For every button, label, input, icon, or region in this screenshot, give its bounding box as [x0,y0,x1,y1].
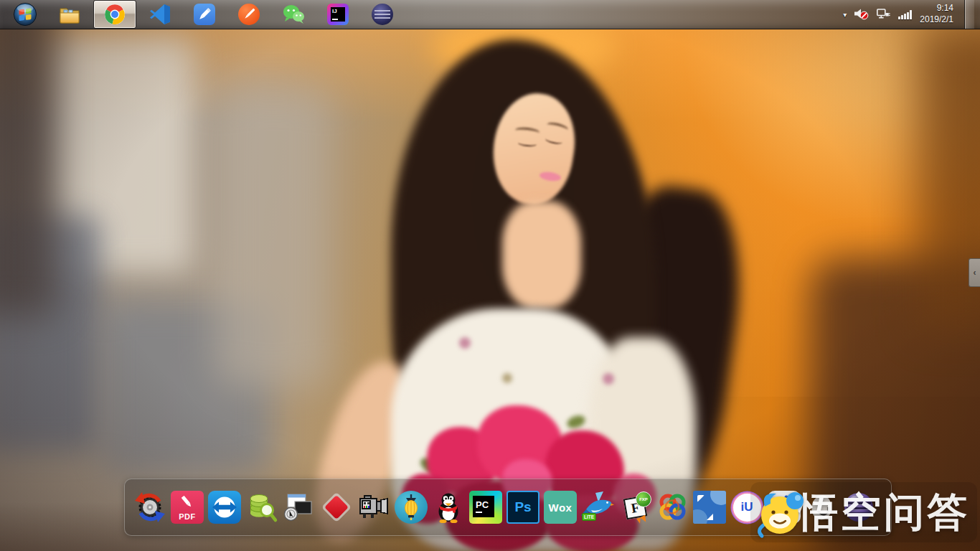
eclipse-stripes [374,10,390,19]
dock-item-qq[interactable] [432,491,465,524]
lite-badge: LITE [582,513,596,521]
wox-label: Wox [549,501,573,514]
photoshop-icon: Ps [507,491,540,524]
pixel-camera-icon [357,491,390,524]
photoshop-label: Ps [514,499,531,515]
wallpaper-shape [0,0,980,551]
dock-item-media-converter[interactable] [133,491,166,524]
red-diamond-inner [324,495,349,519]
lantern-icon [395,491,428,524]
dock-item-virtualdub[interactable] [357,491,390,524]
system-tray: ▾ 9:14 [843,0,980,29]
intellij-bar [332,19,338,20]
chevron-left-icon: ‹ [974,268,976,278]
notes-button[interactable] [184,1,225,28]
wechat-button[interactable] [273,1,314,28]
lantern-glyph [395,491,428,524]
tile-wedge [707,514,713,520]
wox-icon: Wox [544,491,577,524]
pen-tool-button[interactable] [228,1,270,28]
dock-item-securecrt[interactable] [283,491,316,524]
tile-circle [693,509,707,524]
desktop-wallpaper [0,0,980,551]
clock-date: 2019/2/1 [920,14,953,26]
intellij-inner-square: IJ [331,7,345,22]
dock-item-wox[interactable]: Wox [544,491,577,524]
desktop-screen: IJ ▾ [0,0,980,551]
blue-pencil-icon [194,4,215,25]
signal-bar [907,12,909,19]
dock-item-navicat[interactable] [656,491,689,524]
pdf-label: PDF [179,512,196,521]
start-button[interactable] [4,1,46,28]
wukong-watermark: 悟空问答 [750,482,977,542]
hidden-icons-arrow[interactable]: ▾ [843,11,847,19]
pycharm-label: PC [476,500,494,509]
red-blue-arrows-wheel-icon [133,491,166,524]
navicat-rings-icon [656,491,689,524]
tile-wedge [697,495,705,502]
intellij-label: IJ [332,9,337,14]
intellij-icon: IJ [327,4,349,25]
wired-network-icon[interactable] [877,9,890,20]
monkey-glyph [753,485,808,540]
dock-item-lantern[interactable] [395,491,428,524]
eclipse-icon [372,4,393,25]
intellij-button[interactable]: IJ [317,1,359,28]
pencil-glyph [194,4,215,25]
pencil-glyph [176,494,198,510]
dock-item-bird-lite[interactable]: LITE [581,491,614,524]
watermark-text: 悟空问答 [798,492,970,532]
pycharm-icon: PC [469,491,502,524]
wechat-icon [282,3,305,26]
taskbar-apps: IJ [0,0,405,29]
pycharm-bar [476,512,482,514]
signal-bar [910,10,912,19]
signal-bar [898,17,900,19]
dock-item-flashfxp[interactable]: F FXP [618,491,651,524]
volume-muted-icon[interactable] [854,9,869,20]
chrome-button[interactable] [93,0,136,29]
terminal-lock-icon [283,491,316,524]
pdf-pencil-icon: PDF [171,491,204,524]
show-desktop-button[interactable] [964,0,974,29]
chrome-icon [104,4,126,25]
dock-item-photoshop[interactable]: Ps [507,491,540,524]
database-magnifier-icon [245,491,278,524]
signal-bars-icon[interactable] [898,10,912,19]
sidebar-slide-handle[interactable]: ‹ [969,258,980,287]
explorer-button[interactable] [49,1,90,28]
vscode-icon [149,4,171,25]
folder-icon [58,3,81,26]
tile-circle [710,491,726,505]
fxp-badge: FXP [636,491,651,507]
vscode-button[interactable] [139,1,181,28]
blue-tiles-icon [693,491,726,524]
dock-item-pdf-editor[interactable]: PDF [171,491,204,524]
wukong-monkey-icon [753,485,808,540]
dock-item-blue-tiles[interactable] [693,491,726,524]
red-diamond-icon [321,492,352,522]
orange-pen-icon [238,4,260,25]
windows-orb-icon [13,2,37,27]
signal-bar [901,15,903,19]
dock-item-teamviewer[interactable] [208,491,241,524]
clock[interactable]: 9:14 2019/2/1 [920,3,956,25]
dock-item-pycharm[interactable]: PC [469,491,502,524]
pen-glyph [238,4,260,25]
dock-item-red-diamond[interactable] [320,491,353,524]
dock-item-database-tool[interactable] [245,491,278,524]
qq-penguin-icon [432,491,465,524]
teamviewer-icon [208,491,241,524]
taskbar: IJ ▾ [0,0,980,29]
pycharm-inner-square: PC [473,496,494,517]
eclipse-button[interactable] [362,1,403,28]
clock-time: 9:14 [920,3,953,14]
signal-bar [904,14,906,19]
